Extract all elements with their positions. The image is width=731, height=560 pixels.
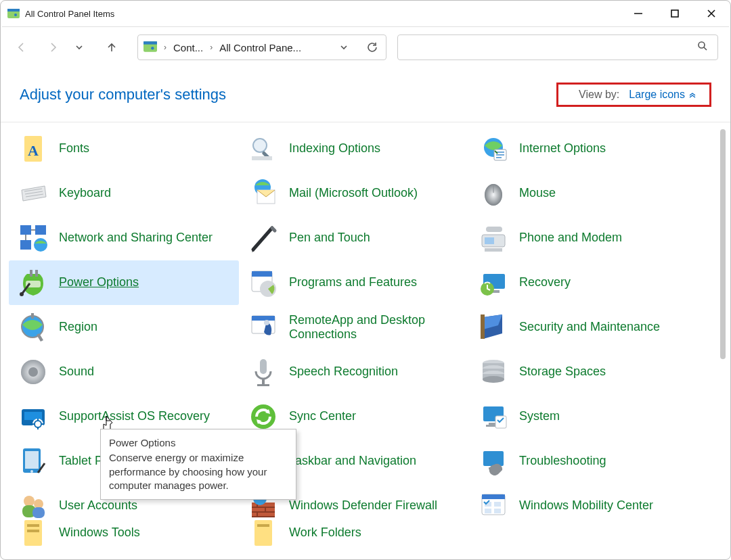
- cp-item-label: Programs and Features: [289, 275, 417, 289]
- cp-item-label: Security and Maintenance: [519, 320, 660, 334]
- indexing-icon: [247, 133, 280, 165]
- svg-point-61: [483, 376, 504, 383]
- svg-rect-26: [20, 240, 31, 250]
- fonts-icon: A: [17, 133, 49, 165]
- sync-icon: [247, 400, 280, 433]
- cp-item-internet[interactable]: Internet Options: [469, 126, 699, 171]
- cp-item-keyboard[interactable]: Keyboard: [9, 171, 239, 216]
- search-icon: [697, 41, 708, 54]
- cp-item-label: Phone and Modem: [519, 231, 622, 245]
- cp-item-tools[interactable]: Windows Tools: [9, 528, 239, 551]
- minimize-button[interactable]: [630, 5, 646, 22]
- mail-icon: [247, 177, 280, 210]
- search-box[interactable]: [397, 34, 718, 60]
- refresh-button[interactable]: [364, 39, 380, 55]
- scrollbar[interactable]: [718, 129, 728, 542]
- svg-rect-63: [24, 412, 42, 420]
- svg-rect-79: [483, 451, 504, 466]
- svg-rect-85: [252, 503, 275, 517]
- svg-rect-53: [262, 379, 265, 384]
- svg-rect-1: [7, 9, 20, 11]
- address-dropdown-button[interactable]: [336, 39, 352, 55]
- cp-item-pen[interactable]: Pen and Touch: [239, 216, 469, 260]
- cp-item-mail[interactable]: Mail (Microsoft Outlook): [239, 171, 469, 216]
- cp-item-label: Troubleshooting: [519, 454, 606, 468]
- view-by-value: Large icons: [629, 89, 685, 101]
- recent-locations-button[interactable]: [71, 39, 87, 55]
- svg-rect-33: [35, 270, 38, 277]
- cp-item-label: Sound: [59, 365, 94, 379]
- svg-rect-25: [35, 225, 46, 235]
- cp-item-phone[interactable]: Phone and Modem: [469, 216, 699, 260]
- cp-item-label: Sync Center: [289, 409, 356, 423]
- view-by-selector[interactable]: View by: Large icons: [556, 83, 711, 107]
- cp-item-remoteapp[interactable]: RemoteApp and Desktop Connections: [239, 305, 469, 350]
- cp-item-mouse[interactable]: Mouse: [469, 171, 699, 216]
- svg-rect-90: [494, 502, 501, 507]
- tooltip-title: Power Options: [109, 436, 288, 450]
- cp-item-storage[interactable]: Storage Spaces: [469, 350, 699, 394]
- cp-item-programs[interactable]: Programs and Features: [239, 260, 469, 305]
- cp-item-label: Storage Spaces: [519, 365, 606, 379]
- view-by-label: View by:: [579, 89, 619, 101]
- maximize-button[interactable]: [667, 5, 683, 22]
- cp-item-label: SupportAssist OS Recovery: [59, 409, 210, 423]
- forward-button[interactable]: [45, 39, 62, 55]
- nav-toolbar: › Cont... › All Control Pane...: [1, 27, 730, 68]
- svg-point-2: [14, 14, 17, 16]
- cp-item-label: Keyboard: [59, 186, 111, 200]
- phone-icon: [477, 222, 510, 254]
- svg-text:A: A: [28, 142, 39, 159]
- cp-item-label: Power Options: [59, 275, 139, 289]
- up-button[interactable]: [104, 39, 120, 55]
- storage-icon: [477, 356, 510, 388]
- cp-item-label: Windows Mobility Center: [519, 498, 653, 513]
- mobility-icon: [477, 490, 510, 522]
- close-button[interactable]: [703, 5, 719, 22]
- cp-item-region[interactable]: Region: [9, 305, 239, 350]
- cp-item-network[interactable]: Network and Sharing Center: [9, 216, 239, 260]
- cp-item-label: Windows Defender Firewall: [289, 498, 437, 513]
- remoteapp-icon: [247, 311, 280, 344]
- svg-rect-69: [495, 416, 506, 428]
- cp-item-workfolders[interactable]: Work Folders: [239, 528, 469, 551]
- cp-item-fonts[interactable]: AFonts: [9, 126, 239, 171]
- cp-item-label: RemoteApp and Desktop Connections: [289, 313, 464, 342]
- svg-rect-96: [254, 520, 272, 546]
- back-button[interactable]: [13, 39, 29, 55]
- workfolders-icon: [247, 517, 280, 549]
- svg-rect-24: [20, 225, 31, 235]
- cp-item-security[interactable]: Security and Maintenance: [469, 305, 699, 350]
- cp-item-label: Network and Sharing Center: [59, 231, 213, 245]
- cp-item-label: User Accounts: [59, 498, 137, 513]
- breadcrumb-crumb[interactable]: Cont...: [173, 42, 203, 53]
- window-title: All Control Panel Items: [25, 9, 114, 19]
- svg-point-83: [34, 499, 43, 509]
- svg-rect-31: [485, 248, 502, 252]
- cp-item-troubleshoot[interactable]: Troubleshooting: [469, 439, 699, 484]
- speech-icon: [247, 356, 280, 388]
- chevron-right-icon[interactable]: ›: [162, 43, 168, 52]
- svg-rect-97: [257, 524, 269, 527]
- chevron-right-icon[interactable]: ›: [208, 43, 214, 52]
- control-panel-icon: [7, 7, 20, 20]
- page-heading: Adjust your computer's settings: [20, 86, 226, 103]
- svg-rect-54: [257, 384, 269, 386]
- svg-rect-91: [485, 509, 491, 513]
- control-panel-icon: [143, 41, 157, 53]
- cp-item-power[interactable]: Power Options: [9, 260, 239, 305]
- cp-item-indexing[interactable]: Indexing Options: [239, 126, 469, 171]
- svg-point-27: [34, 238, 47, 252]
- svg-rect-95: [27, 530, 39, 532]
- cp-item-recovery[interactable]: Recovery: [469, 260, 699, 305]
- pen-icon: [247, 222, 280, 254]
- cp-item-speech[interactable]: Speech Recognition: [239, 350, 469, 394]
- svg-point-9: [151, 47, 154, 49]
- cp-item-system[interactable]: System: [469, 394, 699, 439]
- svg-point-51: [28, 367, 38, 377]
- address-bar[interactable]: › Cont... › All Control Pane...: [137, 34, 386, 60]
- system-icon: [477, 400, 510, 433]
- cp-item-sound[interactable]: Sound: [9, 350, 239, 394]
- breadcrumb-crumb[interactable]: All Control Pane...: [219, 42, 301, 53]
- cp-item-mobility[interactable]: Windows Mobility Center: [469, 484, 699, 528]
